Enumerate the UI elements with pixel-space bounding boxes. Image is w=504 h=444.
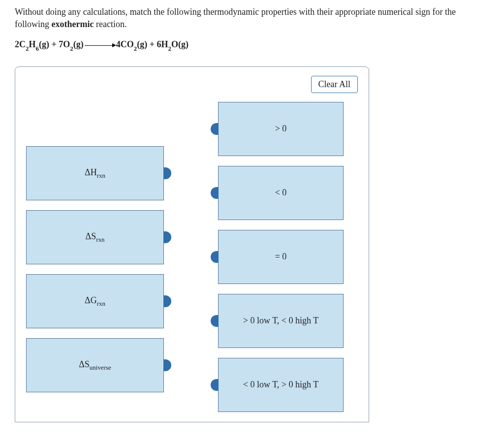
connector-right-icon: [163, 359, 171, 371]
arrow-icon: [85, 45, 115, 46]
card-label: ΔGrxn: [85, 295, 105, 308]
clear-bar: Clear All: [26, 76, 358, 93]
eq-sub: 2: [168, 45, 171, 52]
drop-target-gt0-lowt[interactable]: > 0 low T, < 0 high T: [218, 294, 344, 348]
matching-panel: Clear All ΔHrxn ΔSrxn ΔGrxn ΔSuniverse >: [15, 66, 369, 422]
drop-target-lt0[interactable]: < 0: [218, 166, 344, 220]
eq-sub: 6: [36, 45, 39, 52]
eq-plus: +: [49, 39, 59, 49]
eq-sub: 2: [134, 45, 137, 52]
drop-target-eq0[interactable]: = 0: [218, 230, 344, 284]
connector-right-icon: [163, 295, 171, 307]
connector-right-icon: [163, 167, 171, 179]
connector-left-icon: [211, 379, 219, 391]
card-label: ΔSuniverse: [79, 359, 111, 372]
connector-left-icon: [211, 187, 219, 199]
card-label: < 0: [275, 188, 287, 198]
card-label: > 0 low T, < 0 high T: [243, 316, 318, 326]
eq-part: 2C: [15, 39, 26, 49]
eq-part: (g): [39, 39, 49, 49]
card-label: ΔSrxn: [86, 231, 105, 244]
card-label: ΔHrxn: [85, 167, 105, 180]
connector-right-icon: [163, 231, 171, 243]
eq-part: (g): [73, 39, 84, 49]
eq-part: O(g): [171, 39, 189, 49]
question-text: Without doing any calculations, match th…: [15, 6, 489, 31]
connector-left-icon: [211, 251, 219, 263]
eq-part: (g): [137, 39, 147, 49]
card-label: > 0: [275, 124, 287, 134]
left-column: ΔHrxn ΔSrxn ΔGrxn ΔSuniverse: [26, 102, 164, 402]
drag-item-delta-h[interactable]: ΔHrxn: [26, 146, 164, 200]
eq-part: H: [29, 39, 35, 49]
eq-plus: +: [147, 39, 157, 49]
connector-left-icon: [211, 123, 219, 135]
eq-part: 7O: [59, 39, 70, 49]
right-column: > 0 < 0 = 0 > 0 low T, < 0 high T < 0 lo…: [218, 102, 344, 422]
drop-target-gt0[interactable]: > 0: [218, 102, 344, 156]
connector-left-icon: [211, 315, 219, 327]
drag-item-delta-g[interactable]: ΔGrxn: [26, 274, 164, 328]
question-bold: exothermic: [52, 19, 94, 29]
reaction-equation: 2C2H6(g) + 7O2(g)4CO2(g) + 6H2O(g): [15, 39, 489, 52]
eq-part: 4CO: [116, 39, 134, 49]
clear-all-button[interactable]: Clear All: [311, 76, 358, 93]
drag-item-delta-s-universe[interactable]: ΔSuniverse: [26, 338, 164, 392]
card-label: < 0 low T, > 0 high T: [243, 380, 318, 390]
eq-sub: 2: [26, 45, 29, 52]
question-tail: reaction.: [94, 19, 126, 29]
eq-part: 6H: [157, 39, 168, 49]
drop-target-lt0-lowt[interactable]: < 0 low T, > 0 high T: [218, 358, 344, 412]
eq-sub: 2: [70, 45, 73, 52]
card-label: = 0: [275, 252, 287, 262]
drag-item-delta-s[interactable]: ΔSrxn: [26, 210, 164, 264]
